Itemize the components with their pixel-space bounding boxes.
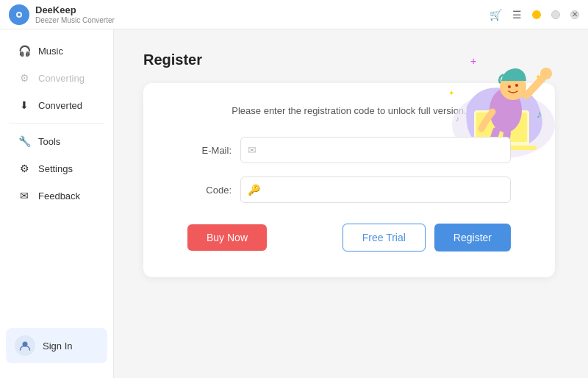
sidebar-label-tools: Tools xyxy=(38,136,60,147)
music-icon: 🎧 xyxy=(18,44,31,57)
app-branding: DeeKeep Deezer Music Converter xyxy=(9,4,115,25)
app-name: DeeKeep xyxy=(35,4,115,16)
svg-text:♪: ♪ xyxy=(456,115,459,123)
maximize-button[interactable] xyxy=(551,10,560,19)
sidebar-item-tools[interactable]: 🔧 Tools xyxy=(4,128,109,154)
sidebar-item-feedback[interactable]: ✉ Feedback xyxy=(4,182,109,209)
title-bar: DeeKeep Deezer Music Converter 🛒 ☰ ✕ xyxy=(0,0,588,29)
cart-icon[interactable]: 🛒 xyxy=(490,9,502,21)
menu-icon[interactable]: ☰ xyxy=(512,9,522,21)
avatar xyxy=(15,335,35,356)
svg-point-2 xyxy=(18,13,21,16)
sidebar-item-converted[interactable]: ⬇ Converted xyxy=(4,92,109,118)
register-button[interactable]: Register xyxy=(434,224,511,252)
app-subtitle: Deezer Music Converter xyxy=(35,16,115,24)
minimize-button[interactable] xyxy=(532,10,541,19)
code-input[interactable] xyxy=(240,176,511,203)
main-layout: 🎧 Music ⚙ Converting ⬇ Converted 🔧 Tools… xyxy=(0,29,588,378)
sign-in-button[interactable]: Sign In xyxy=(6,328,107,363)
sidebar-nav: 🎧 Music ⚙ Converting ⬇ Converted 🔧 Tools… xyxy=(0,37,113,321)
sidebar: 🎧 Music ⚙ Converting ⬇ Converted 🔧 Tools… xyxy=(0,29,114,378)
code-row: Code: 🔑 xyxy=(187,176,511,203)
sidebar-bottom: Sign In xyxy=(0,321,113,371)
code-label: Code: xyxy=(187,185,232,196)
sidebar-label-music: Music xyxy=(38,46,63,57)
feedback-icon: ✉ xyxy=(18,189,31,202)
svg-text:+: + xyxy=(470,55,476,67)
email-input[interactable] xyxy=(240,137,511,163)
converting-icon: ⚙ xyxy=(18,71,31,85)
email-label: E-Mail: xyxy=(187,145,232,156)
email-input-wrapper: ✉ xyxy=(240,137,511,163)
buy-now-button[interactable]: Buy Now xyxy=(187,224,267,251)
svg-text:✦: ✦ xyxy=(448,89,454,97)
settings-icon: ⚙ xyxy=(18,162,31,175)
email-row: E-Mail: ✉ xyxy=(187,137,511,163)
close-button[interactable]: ✕ xyxy=(570,10,579,19)
svg-text:♪: ♪ xyxy=(537,108,542,120)
sidebar-label-converted: Converted xyxy=(38,100,82,111)
sidebar-item-converting: ⚙ Converting xyxy=(4,65,109,91)
svg-point-14 xyxy=(508,85,511,88)
sidebar-label-settings: Settings xyxy=(38,163,73,174)
content-area: + ✦ ✦ ♪ xyxy=(114,29,588,378)
code-input-wrapper: 🔑 xyxy=(240,176,511,203)
sidebar-item-music[interactable]: 🎧 Music xyxy=(4,38,109,64)
svg-point-16 xyxy=(540,68,552,79)
tools-icon: 🔧 xyxy=(18,135,31,148)
window-controls: 🛒 ☰ ✕ xyxy=(490,9,579,21)
sign-in-label: Sign In xyxy=(43,340,72,352)
sidebar-label-converting: Converting xyxy=(38,73,85,84)
converted-icon: ⬇ xyxy=(18,99,31,112)
app-logo xyxy=(9,4,29,25)
svg-point-15 xyxy=(515,84,518,87)
buttons-row: Buy Now Free Trial Register xyxy=(187,224,511,252)
sidebar-divider xyxy=(9,123,104,124)
right-buttons: Free Trial Register xyxy=(343,224,511,252)
sidebar-item-settings[interactable]: ⚙ Settings xyxy=(4,155,109,182)
sidebar-label-feedback: Feedback xyxy=(38,190,80,202)
free-trial-button[interactable]: Free Trial xyxy=(343,224,426,252)
app-name-block: DeeKeep Deezer Music Converter xyxy=(35,4,115,24)
